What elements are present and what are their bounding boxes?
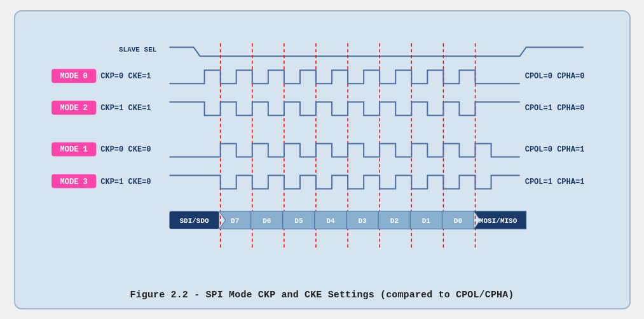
figure-caption: Figure 2.2 - SPI Mode CKP and CKE Settin… — [130, 290, 514, 301]
mode1-label: MODE 1 — [60, 145, 87, 154]
mode0-right-label: CPOL=0 CPHA=0 — [524, 72, 584, 81]
timing-diagram-area: .mono { font-family: 'Courier New', mono… — [29, 23, 615, 285]
mode3-right-label: CPOL=1 CPHA=1 — [524, 177, 584, 186]
slave-sel-label: SLAVE SEL — [118, 46, 156, 53]
d7-label: D7 — [231, 216, 239, 224]
mode2-params: CKP=1 CKE=1 — [100, 104, 151, 113]
mode2-right-label: CPOL=1 CPHA=0 — [524, 104, 584, 113]
d5-label: D5 — [294, 216, 303, 224]
mode1-params: CKP=0 CKE=0 — [100, 145, 151, 154]
mode0-signal — [169, 70, 519, 83]
d1-label: D1 — [421, 216, 430, 224]
d3-label: D3 — [358, 216, 367, 224]
mode2-signal — [169, 102, 519, 115]
mode1-right-label: CPOL=0 CPHA=1 — [524, 145, 584, 154]
mode0-params: CKP=0 CKE=1 — [100, 72, 151, 81]
mode1-signal — [169, 143, 519, 157]
timing-svg: .mono { font-family: 'Courier New', mono… — [29, 23, 615, 285]
mode2-label: MODE 2 — [60, 104, 87, 113]
mode3-signal — [169, 175, 519, 188]
slave-sel-signal — [169, 47, 583, 56]
mosi-miso-label: MOSI/MISO — [479, 216, 517, 224]
diagram-container: .mono { font-family: 'Courier New', mono… — [14, 10, 631, 309]
mode3-label: MODE 3 — [60, 177, 87, 186]
mode0-label: MODE 0 — [60, 72, 87, 81]
d4-label: D4 — [326, 216, 335, 224]
d6-label: D6 — [263, 216, 271, 224]
d0-label: D0 — [453, 216, 462, 224]
sdi-sdo-label: SDI/SDO — [179, 216, 209, 224]
mode3-params: CKP=1 CKE=0 — [100, 177, 151, 186]
d2-label: D2 — [390, 216, 398, 224]
